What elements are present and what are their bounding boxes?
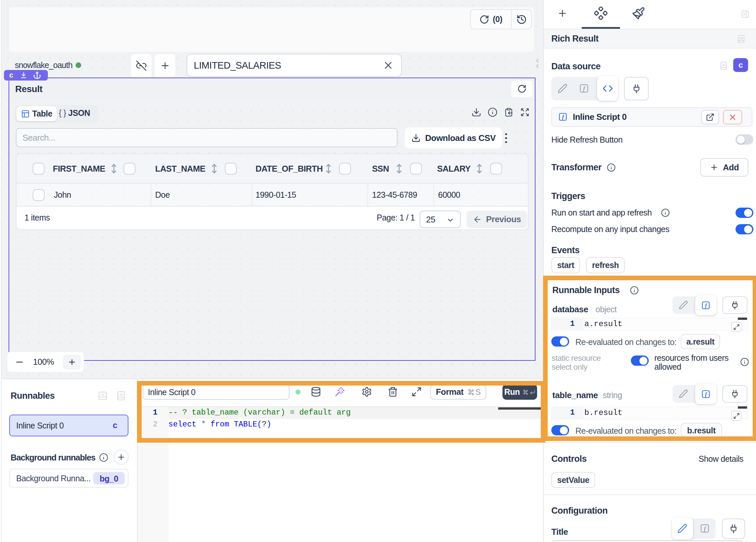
svg-text:f: f [583,86,585,92]
svg-text:f: f [704,526,706,532]
svg-text:f: f [562,114,564,120]
